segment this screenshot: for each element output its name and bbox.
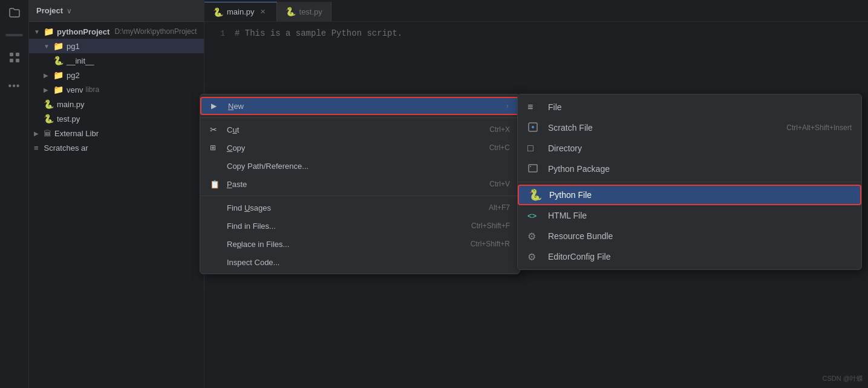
submenu-editorconfig[interactable]: ⚙ EditorConfig File — [518, 246, 861, 267]
mainpy-icon: 🐍 — [44, 99, 54, 109]
submenu-pythonfile[interactable]: 🐍 Python File — [518, 185, 861, 205]
tree-pg2[interactable]: ▶ 📁 pg2 — [29, 68, 204, 82]
menu-cut[interactable]: ✂ Cut Ctrl+X — [200, 120, 520, 139]
submenu-resourcebundle-icon: ⚙ — [527, 231, 542, 242]
svg-rect-2 — [10, 59, 13, 62]
sidebar-icons: ••• — [0, 0, 29, 388]
svg-point-5 — [532, 126, 534, 128]
menu-replaceinfiles[interactable]: Replace in Files... Ctrl+Shift+R — [200, 235, 520, 253]
root-folder-icon: 📁 — [44, 27, 54, 36]
root-arrow: ▼ — [34, 28, 41, 35]
submenu-resourcebundle[interactable]: ⚙ Resource Bundle — [518, 226, 861, 246]
submenu-file-icon: ≡ — [527, 102, 542, 113]
more-icon-btn[interactable]: ••• — [6, 77, 23, 94]
submenu-htmlfile-label: HTML File — [548, 211, 852, 220]
structure-icon-btn[interactable] — [6, 48, 23, 65]
menu-paste-shortcut: Ctrl+V — [489, 180, 510, 188]
submenu-scratchfile-shortcut: Ctrl+Alt+Shift+Insert — [786, 123, 852, 132]
submenu-directory-label: Directory — [548, 143, 852, 153]
menu-paste-icon: 📋 — [210, 180, 222, 189]
tree-init[interactable]: 🐍 __init__ — [29, 53, 204, 68]
menu-inspectcode-label: Inspect Code... — [227, 258, 510, 267]
venv-suffix: libra — [85, 85, 99, 94]
line-number-1: 1 — [204, 29, 235, 38]
submenu-scratchfile[interactable]: Scratch File Ctrl+Alt+Shift+Insert — [518, 117, 861, 138]
root-path: D:\myWork\pythonProject — [114, 27, 197, 36]
tab-mainpy-close[interactable]: ✕ — [258, 7, 268, 17]
submenu-htmlfile-icon: <> — [527, 211, 542, 220]
scratches-name: Scratches ar — [44, 143, 88, 153]
menu-findusages[interactable]: Find Usages Alt+F7 — [200, 199, 520, 217]
menu-paste[interactable]: 📋 Paste Ctrl+V — [200, 175, 520, 193]
menu-findinfiles[interactable]: Find in Files... Ctrl+Shift+F — [200, 217, 520, 235]
tree-scratches[interactable]: ≡ Scratches ar — [29, 140, 204, 155]
pg2-name: pg2 — [67, 71, 80, 80]
submenu-htmlfile[interactable]: <> HTML File — [518, 205, 861, 226]
menu-copypath[interactable]: Copy Path/Reference... — [200, 157, 520, 175]
init-py-icon: 🐍 — [53, 56, 64, 65]
menu-findinfiles-shortcut: Ctrl+Shift+F — [471, 222, 510, 230]
submenu-resourcebundle-label: Resource Bundle — [548, 231, 852, 241]
submenu-pythonpackage-label: Python Package — [548, 164, 852, 174]
code-text-1: # This is a sample Python script. — [235, 28, 402, 38]
tab-mainpy-label: main.py — [227, 7, 255, 16]
venv-folder-icon: 📁 — [53, 85, 64, 94]
svg-rect-1 — [16, 53, 19, 56]
menu-new-arrow: › — [506, 102, 509, 110]
extlibs-icon: 🏛 — [44, 129, 51, 138]
menu-findinfiles-label: Find in Files... — [227, 222, 471, 231]
menu-cut-shortcut: Ctrl+X — [489, 125, 510, 134]
submenu-file[interactable]: ≡ File — [518, 97, 861, 117]
tree-mainpy[interactable]: 🐍 main.py — [29, 97, 204, 111]
tree-pg1[interactable]: ▼ 📁 pg1 — [29, 39, 204, 53]
menu-cut-label: Cut — [227, 125, 489, 134]
pg1-name: pg1 — [67, 42, 80, 51]
submenu-editorconfig-label: EditorConfig File — [548, 252, 852, 261]
menu-replaceinfiles-label: Replace in Files... — [227, 240, 471, 249]
tab-testpy-icon: 🐍 — [286, 7, 296, 16]
extlibs-arrow: ▶ — [34, 130, 41, 137]
tab-testpy-label: test.py — [299, 7, 322, 16]
menu-copy-shortcut: Ctrl+C — [489, 143, 510, 152]
pg1-arrow: ▼ — [44, 43, 51, 50]
submenu-pythonfile-icon: 🐍 — [529, 188, 543, 202]
tab-mainpy[interactable]: 🐍 main.py ✕ — [204, 2, 277, 21]
tab-bar: 🐍 main.py ✕ 🐍 test.py — [204, 0, 868, 22]
submenu-directory-icon: □ — [527, 143, 542, 154]
menu-divider-1 — [200, 117, 520, 118]
menu-replaceinfiles-shortcut: Ctrl+Shift+R — [471, 240, 510, 248]
pg1-folder-icon: 📁 — [53, 41, 64, 51]
tree-venv[interactable]: ▶ 📁 venv libra — [29, 82, 204, 97]
watermark: CSDN @叶蝶 — [823, 374, 863, 383]
context-menu: ▶ New › ✂ Cut Ctrl+X ⊞ Copy Ctrl+C Copy … — [200, 94, 520, 274]
project-header[interactable]: Project ∨ — [29, 0, 204, 22]
tree-testpy[interactable]: 🐍 test.py — [29, 111, 204, 126]
venv-arrow: ▶ — [44, 87, 51, 93]
menu-findusages-label: Find Usages — [227, 203, 489, 212]
menu-copy[interactable]: ⊞ Copy Ctrl+C — [200, 139, 520, 157]
menu-divider-2 — [200, 196, 520, 196]
tree-extlibs[interactable]: ▶ 🏛 External Libr — [29, 126, 204, 140]
submenu-scratchfile-label: Scratch File — [548, 123, 786, 133]
menu-new-icon: ▶ — [211, 102, 223, 110]
submenu-divider — [518, 182, 861, 182]
project-chevron: ∨ — [67, 7, 72, 15]
menu-cut-icon: ✂ — [210, 125, 222, 134]
submenu-pythonpackage[interactable]: Python Package — [518, 159, 861, 179]
svg-point-7 — [530, 166, 531, 167]
folder-icon-btn[interactable] — [6, 5, 23, 22]
menu-copy-icon: ⊞ — [210, 143, 222, 152]
tree-root[interactable]: ▼ 📁 pythonProject D:\myWork\pythonProjec… — [29, 24, 204, 39]
testpy-icon: 🐍 — [44, 114, 54, 123]
venv-name: venv — [67, 85, 83, 94]
menu-inspectcode[interactable]: Inspect Code... — [200, 253, 520, 271]
mainpy-name: main.py — [57, 100, 85, 109]
tab-testpy[interactable]: 🐍 test.py — [277, 2, 331, 21]
menu-new[interactable]: ▶ New › — [200, 97, 520, 115]
menu-findusages-shortcut: Alt+F7 — [489, 203, 510, 212]
root-name: pythonProject — [57, 27, 109, 36]
submenu-scratchfile-icon — [527, 122, 542, 134]
code-line-1: 1 # This is a sample Python script. — [204, 27, 868, 40]
submenu-directory[interactable]: □ Directory — [518, 138, 861, 159]
project-title: Project — [36, 6, 63, 15]
